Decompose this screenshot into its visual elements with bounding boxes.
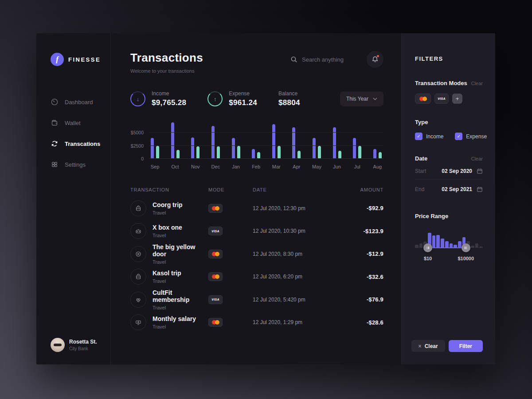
user-profile[interactable]: Rosetta St. City Bank bbox=[51, 338, 110, 352]
chart-bar-group: Dec bbox=[211, 122, 220, 159]
range-handle-max[interactable] bbox=[462, 243, 470, 252]
transaction-amount: -$32.6 bbox=[344, 274, 383, 280]
expense-bar bbox=[237, 146, 240, 159]
table-row[interactable]: Monthly salary Travel 12 Jul 2020, 1:29 … bbox=[130, 311, 383, 334]
profile-name: Rosetta St. bbox=[69, 339, 97, 345]
chart-bar-group: Mar bbox=[272, 122, 281, 159]
y-tick-label: $2500 bbox=[131, 143, 144, 149]
calendar-icon[interactable] bbox=[477, 186, 483, 192]
end-date-row[interactable]: End 02 Sep 2021 bbox=[415, 186, 483, 198]
modes-clear-link[interactable]: Clear bbox=[471, 81, 483, 86]
table-row[interactable]: X box one Travel VISA 12 Jul 2020, 10:30… bbox=[130, 220, 383, 243]
period-dropdown[interactable]: This Year bbox=[340, 91, 383, 106]
x-tick-label: Feb bbox=[252, 164, 260, 169]
sidebar-item-transactions[interactable]: Transcations bbox=[51, 135, 110, 152]
histogram-bar bbox=[441, 239, 444, 248]
chart-bar-group: Apr bbox=[292, 122, 301, 159]
sidebar: f FINESSE Dashboard Wallet bbox=[36, 33, 111, 364]
sidebar-item-dashboard[interactable]: Dashboard bbox=[51, 94, 110, 110]
price-range-slider bbox=[415, 229, 483, 254]
sidebar-nav: Dashboard Wallet Transcations bbox=[51, 94, 110, 173]
expense-checkbox[interactable]: ✓ Expense bbox=[455, 133, 487, 140]
table-row[interactable]: The big yellow door Travel 12 Jul 2020, … bbox=[130, 243, 383, 266]
sidebar-item-label: Wallet bbox=[65, 120, 81, 126]
histogram-bar bbox=[471, 246, 474, 248]
search-icon bbox=[290, 56, 297, 63]
stat-balance: Balance $8804 bbox=[278, 90, 300, 107]
histogram-bar bbox=[479, 246, 483, 248]
mastercard-chip[interactable] bbox=[415, 94, 431, 104]
chart-bar-group: May bbox=[313, 122, 321, 159]
y-tick-label: $5000 bbox=[131, 130, 144, 135]
stat-value: $8804 bbox=[278, 98, 300, 107]
sidebar-item-label: Transcations bbox=[65, 141, 100, 147]
transaction-date: 12 Jul 2020, 1:29 pm bbox=[253, 319, 344, 325]
expense-bar bbox=[297, 151, 301, 159]
transaction-date: 12 Jul 2020, 8:30 pm bbox=[253, 251, 344, 257]
chart-bar-group: Aug bbox=[373, 122, 382, 159]
income-bar bbox=[191, 137, 194, 159]
gridline bbox=[149, 145, 383, 146]
refresh-icon bbox=[51, 140, 59, 148]
expense-bar bbox=[358, 146, 361, 159]
chart-bar-group: Jun bbox=[333, 122, 341, 159]
stat-label: Income bbox=[152, 90, 186, 97]
date-clear-link[interactable]: Clear bbox=[471, 156, 483, 161]
transaction-date: 12 Jul 2020, 10:30 pm bbox=[253, 228, 344, 234]
y-tick-label: 0 bbox=[141, 156, 144, 161]
table-row[interactable]: Coorg trip Travel 12 Jul 2020, 12:30 pm … bbox=[130, 197, 383, 220]
filters-panel: FILTERS Transaction Modes Clear VISA + T… bbox=[401, 33, 495, 364]
start-date-row[interactable]: Start 02 Sep 2020 bbox=[415, 168, 483, 180]
transaction-date: 12 Jul 2020, 5:420 pm bbox=[253, 297, 344, 303]
expense-bar bbox=[257, 152, 260, 159]
income-bar bbox=[292, 127, 295, 159]
transaction-title: The big yellow door bbox=[153, 243, 208, 258]
expense-arrow-icon: ↑ bbox=[207, 91, 223, 106]
range-max-label: $10000 bbox=[458, 256, 474, 261]
calendar-icon[interactable] bbox=[477, 168, 483, 174]
income-checkbox[interactable]: ✓ Income bbox=[415, 133, 443, 140]
modes-section-title: Transaction Modes bbox=[415, 80, 467, 86]
visa-chip[interactable]: VISA bbox=[434, 94, 449, 104]
backpack-icon bbox=[130, 200, 146, 216]
income-bar bbox=[313, 138, 316, 159]
histogram-bar bbox=[415, 245, 419, 248]
expense-bar bbox=[217, 146, 220, 159]
histogram-bar bbox=[445, 241, 449, 248]
x-tick-label: Aug bbox=[373, 164, 382, 169]
add-mode-button[interactable]: + bbox=[452, 94, 462, 104]
expense-bar bbox=[379, 152, 382, 159]
filter-button-label: Filter bbox=[459, 343, 472, 349]
backpack-icon bbox=[130, 269, 146, 285]
notifications-button[interactable] bbox=[367, 51, 383, 68]
sidebar-item-settings[interactable]: Settings bbox=[51, 156, 110, 173]
apply-filter-button[interactable]: Filter bbox=[449, 340, 483, 352]
transaction-category: Travel bbox=[153, 210, 183, 215]
transaction-title: Kasol trip bbox=[153, 270, 181, 277]
table-row[interactable]: Kasol trip Travel 12 Jul 2020, 6:20 pm -… bbox=[130, 266, 383, 289]
visa-label: VISA bbox=[211, 298, 219, 301]
col-mode: MODE bbox=[208, 187, 253, 192]
transaction-title: Coorg trip bbox=[153, 201, 183, 208]
range-min-label: $10 bbox=[424, 256, 432, 261]
income-arrow-icon: ↓ bbox=[130, 91, 145, 106]
table-header: TRANSACTION MODE DATE AMOUNT bbox=[130, 187, 383, 192]
avatar bbox=[51, 338, 65, 352]
app-window: f FINESSE Dashboard Wallet bbox=[36, 33, 495, 364]
settings-icon bbox=[51, 160, 59, 168]
x-tick-label: May bbox=[312, 164, 321, 169]
clear-filters-button[interactable]: × Clear bbox=[411, 340, 445, 352]
table-row[interactable]: CultFit membership Travel VISA 12 Jul 20… bbox=[130, 288, 383, 311]
search-input[interactable] bbox=[302, 56, 360, 63]
income-bar bbox=[151, 138, 154, 159]
income-bar bbox=[333, 127, 336, 159]
range-handle-min[interactable] bbox=[423, 243, 432, 252]
range-track bbox=[428, 247, 466, 248]
histogram-bar bbox=[419, 243, 423, 248]
histogram-bar bbox=[436, 235, 440, 248]
sidebar-item-wallet[interactable]: Wallet bbox=[51, 114, 110, 131]
end-label: End bbox=[415, 186, 424, 192]
x-tick-label: Apr bbox=[293, 164, 300, 169]
page-subtitle: Welcome to your transactions bbox=[130, 68, 203, 74]
transaction-category: Travel bbox=[153, 305, 208, 310]
